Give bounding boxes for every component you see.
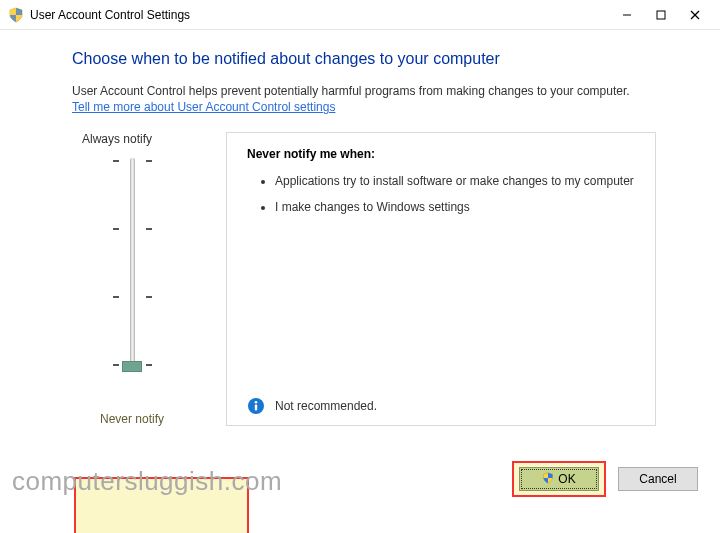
- notification-slider[interactable]: [130, 158, 135, 368]
- footer-buttons: OK Cancel: [512, 461, 698, 497]
- shield-icon: [542, 472, 554, 487]
- slider-column: Always notify Never notify: [72, 132, 192, 426]
- info-bullet-item: I make changes to Windows settings: [275, 199, 635, 215]
- slider-top-label: Always notify: [82, 132, 192, 146]
- svg-rect-6: [255, 404, 257, 410]
- minimize-button[interactable]: [610, 1, 644, 29]
- info-bullet-item: Applications try to install software or …: [275, 173, 635, 189]
- svg-rect-1: [657, 11, 665, 19]
- page-heading: Choose when to be notified about changes…: [72, 50, 672, 68]
- maximize-button[interactable]: [644, 1, 678, 29]
- recommendation-row: Not recommended.: [247, 397, 377, 415]
- info-panel: Never notify me when: Applications try t…: [226, 132, 656, 426]
- window-title: User Account Control Settings: [30, 8, 190, 22]
- close-button[interactable]: [678, 1, 712, 29]
- info-panel-title: Never notify me when:: [247, 147, 635, 161]
- slider-bottom-label: Never notify: [72, 412, 192, 426]
- cancel-button[interactable]: Cancel: [618, 467, 698, 491]
- cancel-button-label: Cancel: [639, 472, 676, 486]
- ok-button[interactable]: OK: [519, 467, 599, 491]
- main-area: Always notify Never notify Never notify …: [72, 132, 672, 426]
- highlight-box-ok: OK: [512, 461, 606, 497]
- window-controls: [610, 1, 712, 29]
- slider-thumb[interactable]: [122, 361, 142, 372]
- shield-icon: [8, 7, 24, 23]
- info-icon: [247, 397, 265, 415]
- svg-point-5: [255, 401, 258, 404]
- content-area: Choose when to be notified about changes…: [0, 30, 720, 436]
- learn-more-link[interactable]: Tell me more about User Account Control …: [72, 100, 335, 114]
- watermark-text: computersluggish.com: [12, 466, 282, 497]
- titlebar: User Account Control Settings: [0, 0, 720, 30]
- slider-track-wrap: [72, 158, 192, 380]
- ok-button-label: OK: [558, 472, 575, 486]
- page-subtext: User Account Control helps prevent poten…: [72, 84, 672, 98]
- info-bullet-list: Applications try to install software or …: [247, 173, 635, 215]
- recommendation-text: Not recommended.: [275, 399, 377, 413]
